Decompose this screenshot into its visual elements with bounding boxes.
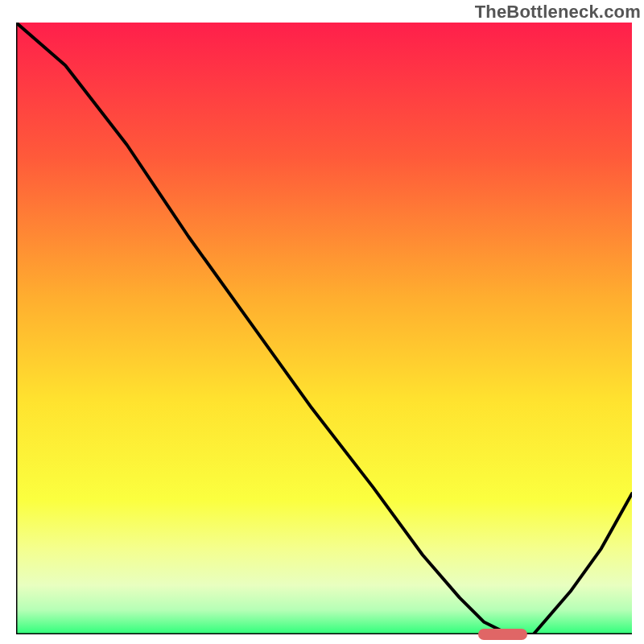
watermark-text: TheBottleneck.com [475,2,641,23]
optimal-range-marker [478,629,527,640]
chart-background [16,23,632,634]
plot-area [16,23,632,634]
chart-svg [16,23,632,634]
chart-container: TheBottleneck.com [0,0,644,644]
